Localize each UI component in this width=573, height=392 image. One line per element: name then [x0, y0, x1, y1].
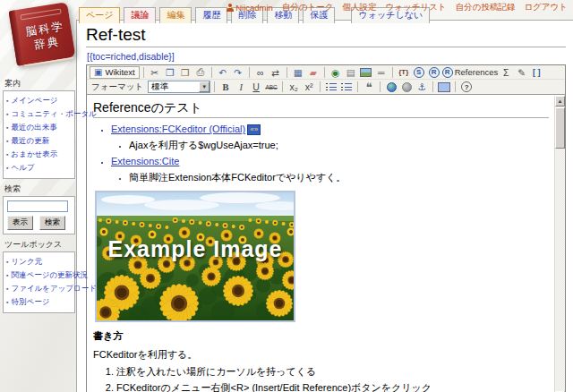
bullet-icon: ▪	[6, 149, 8, 159]
fckeditor-extension-link[interactable]: Extensions:FCKeditor (Official)	[111, 124, 245, 134]
list-item: Ajaxを利用する$wgUseAjax=true;	[129, 139, 549, 153]
format-dropdown[interactable]: 標準 ▼	[148, 81, 210, 93]
paste-icon[interactable]: ❒	[178, 66, 192, 79]
ordered-list-icon[interactable]	[324, 81, 338, 93]
scrollbar-thumb[interactable]	[555, 107, 565, 149]
insert-image-icon[interactable]	[359, 66, 373, 79]
references-tag-icon[interactable]: R References	[442, 66, 499, 79]
sidebar-item-relatedchanges[interactable]: ▪関連ページの更新状況	[6, 268, 73, 282]
search-go-button[interactable]: 表示	[7, 216, 33, 230]
italic-button[interactable]: I	[234, 81, 248, 93]
bullet-icon: ▪	[6, 270, 8, 280]
signature-icon[interactable]: ✎	[514, 66, 528, 79]
blockquote-icon[interactable]: ❝	[362, 81, 376, 93]
tab-page[interactable]: ページ	[79, 7, 120, 23]
sidebar-item-recentchanges[interactable]: ▪最近の更新	[6, 134, 73, 148]
table-icon[interactable]: ▦	[291, 66, 305, 79]
toolbox-portlet-title: ツールボックス	[4, 239, 75, 251]
unordered-list-icon[interactable]	[339, 81, 354, 93]
page-link-icon[interactable]: ◉	[329, 66, 343, 79]
logout-link[interactable]: ログアウト	[524, 2, 568, 13]
page-title: Ref-test	[86, 25, 566, 47]
search-fulltext-button[interactable]: 検索	[39, 216, 65, 230]
toc-magic-word: [{toc=riched,disable}]	[87, 51, 570, 62]
remove-link-icon[interactable]	[399, 81, 414, 93]
special-s-icon[interactable]: S	[412, 66, 426, 79]
my-talk-link[interactable]: 自分のトーク	[282, 2, 334, 13]
tab-talk[interactable]: 議論	[124, 7, 156, 23]
bullet-icon: ▪	[6, 257, 8, 267]
wikitext-source-button[interactable]: ▣ Wikitext	[90, 66, 140, 79]
cite-extension-link[interactable]: Extensions:Cite	[111, 156, 179, 166]
strikethrough-button[interactable]: ABC	[264, 81, 278, 93]
sidebar-item-currentevents[interactable]: ▪最近の出来事	[6, 121, 73, 134]
reference-insert-icon[interactable]: R	[427, 66, 441, 79]
sidebar-item-upload[interactable]: ▪ファイルをアップロード	[6, 282, 73, 295]
tab-edit[interactable]: 編集	[159, 7, 192, 23]
copy-icon[interactable]: ❐	[163, 66, 177, 79]
anchor-icon[interactable]: ⚓	[415, 81, 429, 93]
help-icon[interactable]: ?	[459, 81, 474, 93]
tab-history[interactable]: 履歴	[195, 7, 227, 23]
print-icon[interactable]: ⎙	[193, 66, 208, 79]
bullet-icon: ▪	[6, 284, 8, 294]
editor-toolbar-row2: フォーマット 標準 ▼ B I U ABC x₂ x² ❝ ⚓	[87, 80, 565, 94]
replace-icon[interactable]: ⇄	[269, 66, 283, 79]
insert-link-icon[interactable]	[384, 81, 398, 93]
search-input[interactable]	[7, 200, 68, 212]
remove-format-icon[interactable]: ▰	[306, 66, 321, 79]
special-tag-icon[interactable]: ▤	[344, 66, 358, 79]
redo-icon[interactable]: ↷	[231, 66, 245, 79]
list-item: Extensions:FCKeditor (Official)«» Ajaxを利…	[111, 123, 549, 153]
toolbox-portlet: ▪リンク元 ▪関連ページの更新状況 ▪ファイルをアップロード ▪特別ページ	[3, 251, 75, 313]
media-placeholder-icon[interactable]	[437, 81, 451, 93]
watchlist-link[interactable]: ウォッチリスト	[386, 2, 447, 13]
user-icon	[227, 4, 234, 12]
bullet-icon: ▪	[6, 163, 8, 173]
sidebar-item-whatlinkshere[interactable]: ▪リンク元	[6, 255, 73, 268]
template-icon[interactable]: {T}	[397, 66, 411, 79]
list-item: Extensions:Cite 簡単脚注Extension本体FCKeditor…	[111, 155, 549, 185]
step-item: 注釈を入れたい場所にカーソルを持ってくる	[116, 365, 549, 379]
sidebar-item-portal[interactable]: ▪コミュニティ・ポータル	[6, 107, 73, 121]
sidebar-item-specialpages[interactable]: ▪特別ページ	[6, 295, 73, 309]
find-icon[interactable]: ∞	[253, 66, 268, 79]
nav-portlet-title: 案内	[4, 78, 75, 89]
step-item: FCKeditorのメニュー右側<R> (Insert/Edit Referen…	[116, 381, 549, 392]
wiki-brackets-icon[interactable]: [ ]	[529, 66, 543, 79]
bullet-icon: ▪	[6, 109, 8, 119]
image-watermark-text: Example Image	[97, 233, 294, 265]
horizontal-rule-icon[interactable]: ═	[374, 66, 389, 79]
sunflower-image[interactable]: Example Image	[95, 191, 295, 322]
reference-placeholder-icon[interactable]: «»	[247, 124, 261, 135]
superscript-button[interactable]: x²	[302, 81, 316, 93]
editor-scrollbar[interactable]: ▲ ▼	[554, 96, 565, 392]
math-formula-icon[interactable]: Σ	[499, 66, 513, 79]
undo-icon[interactable]: ↶	[216, 66, 230, 79]
scroll-up-icon[interactable]: ▲	[555, 96, 565, 107]
format-label: フォーマット	[91, 81, 143, 93]
sidebar-item-random[interactable]: ▪おまかせ表示	[6, 148, 73, 161]
personal-bar: Nijcadmin 自分のトーク 個人設定 ウォッチリスト 自分の投稿記録 ログ…	[227, 2, 568, 13]
intro-text: FCKeditorを利用する。	[93, 348, 549, 362]
preferences-link[interactable]: 個人設定	[343, 2, 377, 13]
subscript-button[interactable]: x₂	[286, 81, 301, 93]
user-page-link[interactable]: Nijcadmin	[235, 3, 273, 13]
contributions-link[interactable]: 自分の投稿記録	[456, 2, 516, 13]
sidebar-item-mainpage[interactable]: ▪メインページ	[6, 94, 73, 107]
search-portlet-title: 検索	[4, 183, 75, 195]
bold-button[interactable]: B	[218, 81, 233, 93]
editor-toolbar-row1: ▣ Wikitext ✂ ❐ ❒ ⎙ ↶ ↷ ∞ ⇄ ▦ ▰ ◉ ▤ ═ {T}…	[87, 65, 565, 80]
sidebar-item-help[interactable]: ▪ヘルプ	[6, 161, 73, 175]
list-item: 簡単脚注Extension本体FCKeditorでやりやすく。	[129, 171, 549, 185]
editor-document[interactable]: Referenceのテスト Extensions:FCKeditor (Offi…	[87, 94, 565, 392]
wiki-logo[interactable]: 脳科学 辞典	[4, 0, 81, 70]
bullet-icon: ▪	[6, 136, 8, 146]
subsection-heading-kakikata: 書き方	[93, 329, 549, 344]
search-portlet: 表示 検索	[3, 196, 75, 234]
bullet-icon: ▪	[6, 297, 8, 307]
underline-button[interactable]: U	[249, 81, 263, 93]
sidebar: 案内 ▪メインページ ▪コミュニティ・ポータル ▪最近の出来事 ▪最近の更新 ▪…	[3, 73, 75, 313]
content-area: Ref-test [{toc=riched,disable}] ▣ Wikite…	[76, 20, 573, 392]
cut-icon[interactable]: ✂	[148, 66, 162, 79]
